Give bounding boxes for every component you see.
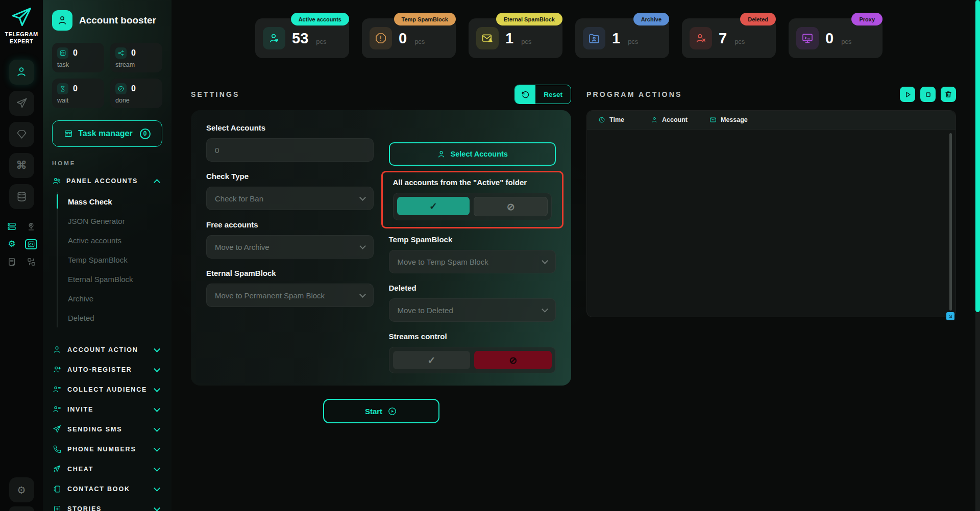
sidebar-item-phone-numbers[interactable]: PHONE NUMBERS bbox=[52, 439, 162, 459]
active-folder-highlight: All accounts from the "Active" folder ✓ … bbox=[381, 171, 564, 228]
plus-square-icon bbox=[52, 505, 62, 511]
code-window-icon[interactable] bbox=[25, 239, 37, 249]
swap-icon[interactable] bbox=[27, 257, 36, 267]
active-folder-enable-button[interactable]: ✓ bbox=[397, 197, 470, 215]
stop-button[interactable] bbox=[920, 87, 936, 102]
brand-line2: EXPERT bbox=[5, 38, 38, 45]
rail-accounts-button[interactable] bbox=[9, 60, 34, 85]
document-check-icon[interactable] bbox=[7, 257, 17, 267]
chevron-down-icon bbox=[154, 366, 160, 372]
proxy-monitor-icon bbox=[796, 27, 819, 49]
program-actions-column: PROGRAM ACTIONS Time Account bbox=[586, 85, 956, 423]
panel-scrollbar[interactable] bbox=[949, 133, 952, 311]
rail-database-button[interactable] bbox=[9, 184, 34, 209]
sidebar-item-mass-check[interactable]: Mass Check bbox=[68, 192, 162, 211]
sidebar-item-archive[interactable]: Archive bbox=[68, 289, 162, 308]
reset-button[interactable]: Reset bbox=[514, 85, 571, 104]
stat-label: wait bbox=[57, 97, 99, 104]
check-icon: ✓ bbox=[427, 355, 435, 365]
temp-spamblock-select[interactable]: Move to Temp Spam Block bbox=[389, 250, 556, 273]
stat-card-unit: pcs bbox=[734, 38, 745, 45]
stat-card-temp-spamblock: Temp SpamBlock 0 pcs bbox=[362, 18, 456, 58]
sidebar-item-sending-sms[interactable]: SENDING SMS bbox=[52, 419, 162, 439]
sidebar-item-temp-spamblock[interactable]: Temp SpamBlock bbox=[68, 250, 162, 269]
gear-icon: ⚙ bbox=[17, 484, 26, 496]
sidebar-item-active-accounts[interactable]: Active accounts bbox=[68, 231, 162, 250]
stat-card-pill: Proxy bbox=[851, 13, 883, 25]
active-folder-disable-button[interactable]: ⊘ bbox=[474, 197, 548, 216]
webcam-icon[interactable] bbox=[26, 221, 36, 232]
page-scrollbar-thumb[interactable] bbox=[975, 0, 980, 312]
sidebar-item-cheat[interactable]: CHEAT bbox=[52, 459, 162, 479]
eternal-spamblock-select[interactable]: Move to Permanent Spam Block bbox=[206, 284, 374, 307]
stream-icon bbox=[115, 47, 127, 59]
settings-title: SETTINGS bbox=[191, 90, 240, 98]
task-manager-button[interactable]: Task manager 0 bbox=[52, 120, 162, 147]
rail-sender-button[interactable] bbox=[9, 91, 34, 116]
sidebar-item-panel-accounts[interactable]: PANEL ACCOUNTS bbox=[52, 176, 162, 186]
chevron-down-icon bbox=[154, 425, 160, 432]
rail-premium-button[interactable] bbox=[9, 122, 34, 147]
stat-label: stream bbox=[115, 61, 157, 68]
stat-done: 0 done bbox=[110, 79, 162, 108]
settings-gear-button[interactable]: ⚙ bbox=[9, 477, 34, 502]
select-accounts-label: Select Accounts bbox=[206, 123, 374, 132]
contact-book-icon bbox=[52, 485, 62, 493]
brand-line1: TELEGRAM bbox=[5, 31, 38, 38]
rail-partial-button[interactable] bbox=[9, 506, 34, 511]
stat-card-pill: Temp SpamBlock bbox=[394, 13, 456, 25]
person-x-icon bbox=[690, 27, 712, 49]
check-type-select[interactable]: Check for Ban bbox=[206, 187, 374, 210]
column-header-time: Time bbox=[598, 116, 651, 123]
sidebar-item-deleted[interactable]: Deleted bbox=[68, 308, 162, 327]
sidebar-item-auto-register[interactable]: AUTO-REGISTER bbox=[52, 360, 162, 379]
streams-disable-button[interactable]: ⊘ bbox=[474, 351, 552, 369]
stat-wait: 0 wait bbox=[52, 79, 104, 108]
play-button[interactable] bbox=[900, 87, 915, 102]
select-accounts-input[interactable] bbox=[206, 138, 374, 162]
sidebar-item-invite[interactable]: INVITE bbox=[52, 399, 162, 419]
settings-left-column: Select Accounts Check Type Check for Ban… bbox=[206, 123, 374, 373]
person-icon bbox=[437, 150, 446, 159]
start-button[interactable]: Start bbox=[323, 399, 439, 423]
content-row: SETTINGS Reset Select Accounts Check Typ… bbox=[191, 85, 980, 423]
sidebar-item-json-generator[interactable]: JSON Generator bbox=[68, 211, 162, 231]
mail-icon bbox=[709, 116, 717, 123]
select-accounts-button[interactable]: Select Accounts bbox=[389, 142, 556, 166]
stat-card-unit: pcs bbox=[521, 38, 531, 45]
chevron-down-icon bbox=[154, 346, 160, 352]
block-icon: ⊘ bbox=[507, 202, 515, 212]
sidebar: Account booster 0 task 0 stream 0 wait 0… bbox=[43, 0, 172, 511]
person-lines-icon bbox=[52, 385, 62, 394]
stat-card-value: 0 bbox=[825, 30, 834, 47]
stat-label: task bbox=[57, 61, 99, 68]
sidebar-item-contact-book[interactable]: CONTACT BOOK bbox=[52, 479, 162, 499]
rail-command-button[interactable]: ⌘ bbox=[9, 153, 34, 178]
sidebar-item-stories[interactable]: STORIES bbox=[52, 499, 162, 511]
person-heart-icon bbox=[263, 27, 285, 49]
gear-badge-icon[interactable]: ⚙ bbox=[8, 240, 15, 248]
trash-button[interactable] bbox=[941, 87, 956, 102]
stat-card-active-accounts: Active accounts 53 pcs bbox=[255, 18, 349, 58]
icon-rail: TELEGRAM EXPERT ⌘ ⚙ ⚙ bbox=[0, 0, 43, 511]
program-actions-controls bbox=[900, 87, 956, 102]
main-area: Active accounts 53 pcs Temp SpamBlock 0 … bbox=[172, 0, 980, 511]
streams-enable-button[interactable]: ✓ bbox=[393, 351, 471, 369]
stat-card-value: 1 bbox=[612, 30, 620, 47]
stat-value: 0 bbox=[73, 48, 78, 58]
check-circle-icon bbox=[115, 83, 127, 94]
server-icon[interactable] bbox=[7, 221, 17, 232]
people-icon bbox=[52, 176, 61, 186]
clock-icon bbox=[598, 116, 605, 123]
app-avatar bbox=[52, 10, 72, 31]
panel-resize-badge[interactable] bbox=[946, 312, 954, 320]
sidebar-item-eternal-spamblock[interactable]: Eternal SpamBlock bbox=[68, 269, 162, 289]
free-accounts-select[interactable]: Move to Archive bbox=[206, 235, 374, 259]
program-actions-title: PROGRAM ACTIONS bbox=[586, 90, 682, 98]
sidebar-item-account-action[interactable]: ACCOUNT ACTION bbox=[52, 340, 162, 360]
page-scrollbar[interactable] bbox=[975, 0, 980, 511]
rail-mini-tools: ⚙ bbox=[5, 221, 38, 267]
sidebar-item-collect-audience[interactable]: COLLECT AUDIENCE bbox=[52, 379, 162, 399]
play-circle-icon bbox=[387, 406, 397, 416]
deleted-select[interactable]: Move to Deleted bbox=[389, 298, 556, 322]
